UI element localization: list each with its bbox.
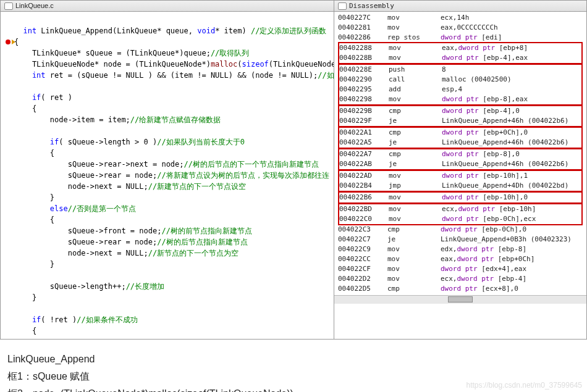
asm-row: 004022C3cmpdword ptr [ebp-0Ch],0 <box>338 225 583 235</box>
asm-box-8: 004022BDmovecx,dword ptr [ebp-10h]004022… <box>338 203 583 225</box>
watermark: https://blog.csdn.net/m0_37599645 <box>467 381 582 390</box>
disasm-tab[interactable]: Disassembly <box>334 1 586 12</box>
code-editor[interactable]: int LinkQueue_Append(LinkQueue* queue, v… <box>1 12 334 339</box>
asm-row: 004022D5cmpdword ptr [ecx+8],0 <box>338 284 583 294</box>
code-tab-label: LinkQueue.c <box>15 2 54 9</box>
asm-box-3: 0040229Bcmpdword ptr [ebp-4],00040229Fje… <box>338 105 583 127</box>
asm-row: 004022ABjeLinkQueue_Append+46h (004022b6… <box>339 159 581 169</box>
asm-row: 0040228Bmovdword ptr [ebp-4],eax <box>339 53 581 63</box>
scrollbar-thumb[interactable] <box>448 296 473 302</box>
ide-window: LinkQueue.c int LinkQueue_Append(LinkQue… <box>0 0 587 340</box>
asm-box-4: 004022A1cmpdword ptr [ebp+0Ch],0004022A5… <box>338 127 583 149</box>
disassembly-pane: Disassembly 0040227Cmovecx,14h00402281mo… <box>334 1 586 339</box>
asm-row: 0040227Cmovecx,14h <box>338 13 583 23</box>
func-name: LinkQueue_Append <box>41 27 112 35</box>
horizontal-scrollbar[interactable] <box>334 295 586 304</box>
asm-row: 00402295addesp,4 <box>339 85 581 94</box>
note-title: LinkQueue_Append <box>7 351 580 368</box>
asm-row: 004022D2movecx,dword ptr [ebp-4] <box>338 274 583 284</box>
asm-row: 004022C7jeLinkQueue_Append+0B3h (0040232… <box>338 235 583 244</box>
asm-row: 0040228Epush8 <box>339 65 581 75</box>
asm-row: 004022B6movdword ptr [ebp-10h],0 <box>339 193 581 202</box>
asm-row: 00402288moveax,dword ptr [ebp+8] <box>339 43 581 53</box>
asm-row: 004022ADmovdword ptr [ebp-10h],1 <box>339 171 581 181</box>
asm-box-2: 0040228Epush800402290callmalloc (0040250… <box>338 64 583 106</box>
asm-row: 00402298movdword ptr [ebp-8],eax <box>339 94 581 104</box>
file-icon <box>4 2 13 10</box>
asm-row: 0040229FjeLinkQueue_Append+46h (004022b6… <box>339 116 581 126</box>
asm-row: 004022CFmovdword ptr [edx+4],eax <box>338 264 583 274</box>
code-pane: LinkQueue.c int LinkQueue_Append(LinkQue… <box>1 1 334 339</box>
asm-row: 00402290callmalloc (00402500) <box>339 75 581 85</box>
asm-row: 00402281moveax,0CCCCCCCCh <box>338 23 583 33</box>
asm-row: 004022CCmoveax,dword ptr [ebp+0Ch] <box>338 254 583 264</box>
asm-row: 004022A7cmpdword ptr [ebp-8],0 <box>339 149 581 159</box>
asm-box-6: 004022ADmovdword ptr [ebp-10h],1004022B4… <box>338 170 583 192</box>
comment: //定义添加进队列函数 <box>251 27 326 35</box>
asm-row: 00402286rep stosdword ptr [edi] <box>338 33 583 43</box>
breakpoint-icon[interactable] <box>6 40 11 44</box>
current-line-icon <box>12 40 15 44</box>
disasm-tab-label: Disassembly <box>349 2 394 10</box>
asm-row: 004022A5jeLinkQueue_Append+46h (004022b6… <box>339 138 581 148</box>
window-icon <box>338 2 347 10</box>
asm-row: 004022A1cmpdword ptr [ebp+0Ch],0 <box>339 128 581 138</box>
kw-int: int <box>23 27 41 35</box>
code-tab[interactable]: LinkQueue.c <box>1 1 334 12</box>
disassembly-listing[interactable]: 0040227Cmovecx,14h00402281moveax,0CCCCCC… <box>334 12 586 295</box>
asm-box-7: 004022B6movdword ptr [ebp-10h],0 <box>338 191 583 204</box>
asm-row: 004022BDmovecx,dword ptr [ebp-10h] <box>339 204 581 214</box>
asm-box-5: 004022A7cmpdword ptr [ebp-8],0004022ABje… <box>338 148 583 170</box>
asm-row: 004022C0movdword ptr [ebp-0Ch],ecx <box>339 214 581 224</box>
asm-box-1: 00402288moveax,dword ptr [ebp+8]0040228B… <box>338 42 583 64</box>
asm-row: 004022C9movedx,dword ptr [ebp-8] <box>338 244 583 254</box>
asm-row: 0040229Bcmpdword ptr [ebp-4],0 <box>339 106 581 116</box>
asm-row: 004022B4jmpLinkQueue_Append+4Dh (004022b… <box>339 181 581 191</box>
